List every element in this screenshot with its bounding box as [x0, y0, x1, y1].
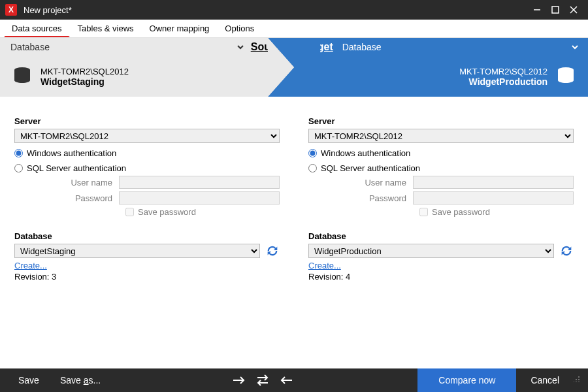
source-database-input[interactable]: WidgetStaging: [14, 244, 260, 258]
close-button[interactable]: [564, 1, 583, 19]
source-panel: Server MKT-TOMR2\SQL2012 Windows authent…: [0, 97, 294, 368]
save-as-button[interactable]: Save as...: [50, 368, 111, 392]
tab-tables-views[interactable]: Tables & views: [70, 20, 142, 37]
source-server-label: MKT-TOMR2\SQL2012: [41, 67, 129, 76]
target-server-label: MKT-TOMR2\SQL2012: [459, 67, 547, 76]
target-password-input[interactable]: [413, 191, 574, 204]
source-db-label: WidgetStaging: [41, 76, 129, 87]
source-type-select[interactable]: Database: [8, 40, 246, 54]
target-server-input[interactable]: MKT-TOMR2\SQL2012: [308, 129, 574, 143]
target-sql-auth[interactable]: SQL Server authentication: [308, 163, 574, 173]
svg-point-11: [578, 379, 580, 380]
target-database-input[interactable]: WidgetProduction: [308, 244, 554, 258]
source-windows-auth[interactable]: Windows authentication: [14, 148, 280, 158]
titlebar: X New project*: [0, 0, 588, 20]
svg-point-15: [574, 382, 574, 382]
server-label: Server: [14, 116, 280, 126]
maximize-button[interactable]: [546, 1, 564, 19]
minimize-button[interactable]: [528, 1, 546, 19]
svg-point-10: [578, 376, 580, 378]
source-heading: Source: [251, 41, 286, 53]
swap-button[interactable]: [251, 368, 274, 392]
app-logo: X: [5, 4, 17, 16]
svg-point-14: [576, 382, 577, 382]
target-save-password[interactable]: Save password: [419, 207, 574, 217]
tab-bar: Data sources Tables & views Owner mappin…: [0, 20, 588, 38]
save-button[interactable]: Save: [8, 368, 50, 392]
footer-bar: Save Save as... Compare now Cancel: [0, 368, 588, 392]
database-label: Database: [308, 231, 574, 241]
svg-rect-1: [552, 7, 559, 13]
source-username-input[interactable]: [119, 176, 280, 189]
compare-now-button[interactable]: Compare now: [417, 368, 516, 392]
svg-point-12: [576, 379, 577, 380]
target-windows-auth[interactable]: Windows authentication: [308, 148, 574, 158]
main-area: Server MKT-TOMR2\SQL2012 Windows authent…: [0, 97, 588, 368]
database-icon: [12, 66, 33, 87]
server-label: Server: [308, 116, 574, 126]
target-username-input[interactable]: [413, 176, 574, 189]
source-revision: Revision: 3: [14, 272, 280, 282]
target-revision: Revision: 4: [308, 272, 574, 282]
target-create-link[interactable]: Create...: [308, 261, 341, 270]
tab-owner-mapping[interactable]: Owner mapping: [142, 20, 218, 37]
cancel-button[interactable]: Cancel: [520, 368, 570, 392]
copy-right-button[interactable]: [227, 368, 251, 392]
source-password-input[interactable]: [119, 191, 280, 204]
target-heading: Target: [302, 41, 333, 53]
copy-left-button[interactable]: [274, 368, 298, 392]
source-server-input[interactable]: MKT-TOMR2\SQL2012: [14, 129, 280, 143]
window-title: New project*: [24, 5, 528, 15]
source-sql-auth[interactable]: SQL Server authentication: [14, 163, 280, 173]
svg-point-13: [578, 382, 580, 382]
source-create-link[interactable]: Create...: [14, 261, 47, 270]
source-save-password[interactable]: Save password: [125, 207, 280, 217]
refresh-icon[interactable]: [559, 244, 574, 258]
resize-grip[interactable]: [570, 376, 580, 385]
source-target-header: Database Source MKT-TOMR2\SQL2012 Widget…: [0, 38, 588, 97]
target-type-select[interactable]: Database: [340, 40, 580, 54]
database-icon: [555, 66, 576, 87]
target-db-label: WidgetProduction: [459, 76, 547, 87]
database-label: Database: [14, 231, 280, 241]
tab-data-sources[interactable]: Data sources: [4, 20, 70, 37]
tab-options[interactable]: Options: [217, 20, 262, 37]
target-panel: Server MKT-TOMR2\SQL2012 Windows authent…: [294, 97, 588, 368]
refresh-icon[interactable]: [265, 244, 280, 258]
